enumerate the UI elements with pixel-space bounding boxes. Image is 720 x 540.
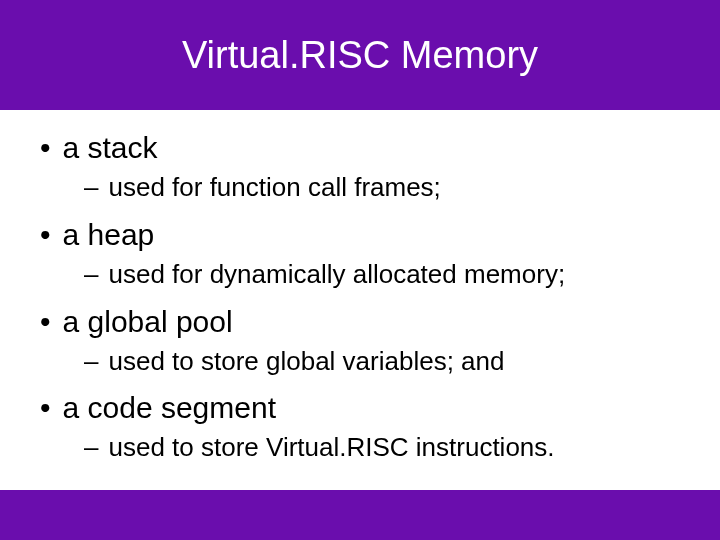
item-sublabel: used to store Virtual.RISC instructions. (108, 431, 554, 465)
content-area: • a stack – used for function call frame… (0, 110, 720, 490)
bullet-icon: • (40, 217, 51, 253)
item-sublabel: used for function call frames; (108, 171, 440, 205)
dash-icon: – (84, 172, 98, 203)
item-sublabel: used for dynamically allocated memory; (108, 258, 565, 292)
bullet-list: • a stack – used for function call frame… (40, 128, 700, 465)
bullet-icon: • (40, 130, 51, 166)
item-label: a code segment (63, 388, 276, 427)
item-sublabel: used to store global variables; and (108, 345, 504, 379)
dash-icon: – (84, 346, 98, 377)
list-item: • a code segment – used to store Virtual… (40, 388, 700, 465)
footer-bar (0, 490, 720, 540)
dash-icon: – (84, 432, 98, 463)
list-item: • a heap – used for dynamically allocate… (40, 215, 700, 292)
item-label: a stack (63, 128, 158, 167)
bullet-icon: • (40, 390, 51, 426)
slide-title: Virtual.RISC Memory (182, 34, 538, 77)
dash-icon: – (84, 259, 98, 290)
title-bar: Virtual.RISC Memory (0, 0, 720, 110)
item-label: a global pool (63, 302, 233, 341)
list-item: • a global pool – used to store global v… (40, 302, 700, 379)
bullet-icon: • (40, 304, 51, 340)
item-label: a heap (63, 215, 155, 254)
list-item: • a stack – used for function call frame… (40, 128, 700, 205)
